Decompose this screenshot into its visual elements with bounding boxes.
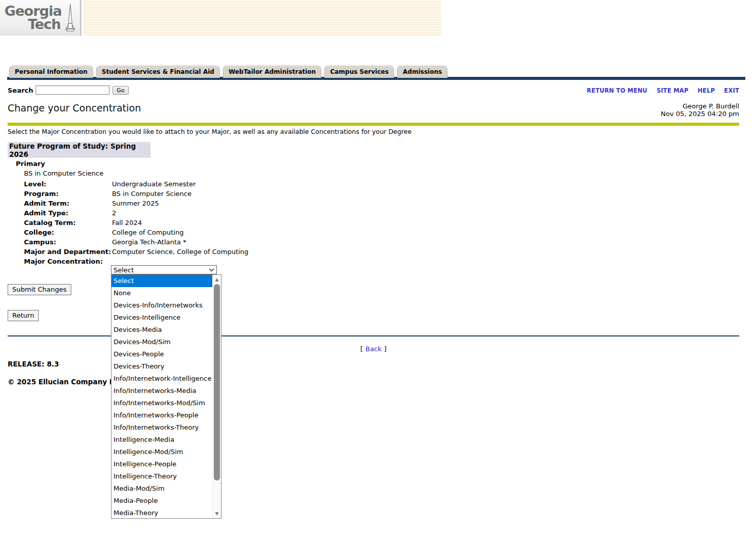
menu-tabbar: Personal Information Student Services & … <box>9 66 447 78</box>
dropdown-option[interactable]: Info/Internetwork-Intelligence <box>111 373 212 385</box>
dropdown-option[interactable]: Info/Internetworks-Theory <box>111 421 212 434</box>
field-value-admit-term: Summer 2025 <box>112 199 248 208</box>
dropdown-option[interactable]: Devices-Mod/Sim <box>111 336 212 348</box>
dropdown-option[interactable]: Intelligence-Media <box>111 434 212 446</box>
field-label-level: Level: <box>24 179 112 189</box>
dropdown-option[interactable]: Devices-Intelligence <box>111 312 212 324</box>
dropdown-option[interactable]: Devices-Theory <box>111 360 212 373</box>
dropdown-options: Select None Devices-Info/Internetworks D… <box>111 275 212 518</box>
release-version: RELEASE: 8.3 <box>8 360 59 368</box>
dropdown-option[interactable]: Media-Mod/Sim <box>111 483 212 495</box>
logo-wordmark: Georgia Tech <box>5 5 62 31</box>
user-info: George P. Burdell Nov 05, 2025 04:20 pm <box>661 102 739 118</box>
program-fields: Level: Undergraduate Semester Program: B… <box>24 179 248 266</box>
field-value-admit-type: 2 <box>112 208 248 218</box>
field-value-program: BS in Computer Science <box>112 189 248 199</box>
dropdown-option[interactable]: Devices-People <box>111 348 212 360</box>
scroll-up-icon[interactable]: ▲ <box>213 275 221 284</box>
field-value-college: College of Computing <box>112 228 248 237</box>
tab-student-services[interactable]: Student Services & Financial Aid <box>96 66 220 78</box>
tech-tower-icon <box>64 3 77 33</box>
field-label-catalog-term: Catalog Term: <box>24 218 112 228</box>
major-concentration-select[interactable]: Select <box>111 265 217 274</box>
dropdown-option[interactable]: Select <box>111 275 212 287</box>
dropdown-option[interactable]: Media-People <box>111 495 212 507</box>
page-title: Change your Concentration <box>8 102 141 114</box>
dropdown-option[interactable]: Info/Internetworks-Mod/Sim <box>111 397 212 409</box>
scrollbar-thumb[interactable] <box>214 284 220 481</box>
section-header: Future Program of Study: Spring 2026 <box>8 142 151 158</box>
search-input[interactable] <box>36 86 109 95</box>
tab-webtailor-administration[interactable]: WebTailor Administration <box>223 66 322 78</box>
header-banner-stripes <box>83 0 441 36</box>
field-value-level: Undergraduate Semester <box>112 179 248 189</box>
search-go-button[interactable]: Go <box>113 86 128 95</box>
back-bracket-open: [ <box>360 345 363 353</box>
field-label-college: College: <box>24 228 112 237</box>
utility-nav: RETURN TO MENU SITE MAP HELP EXIT <box>587 87 739 94</box>
tab-admissions[interactable]: Admissions <box>397 66 447 78</box>
field-label-campus: Campus: <box>24 237 112 247</box>
user-name: George P. Burdell <box>661 102 739 110</box>
program-name: BS in Computer Science <box>24 170 103 177</box>
dropdown-option[interactable]: Intelligence-People <box>111 458 212 470</box>
back-link[interactable]: Back <box>366 345 382 353</box>
tab-campus-services[interactable]: Campus Services <box>324 66 394 78</box>
dropdown-option[interactable]: Info/Internetworks-Media <box>111 385 212 397</box>
field-label-major-department: Major and Department: <box>24 247 112 257</box>
submit-changes-button[interactable]: Submit Changes <box>8 284 71 295</box>
site-map-link[interactable]: SITE MAP <box>657 87 689 94</box>
field-value-catalog-term: Fall 2024 <box>112 218 248 228</box>
return-to-menu-link[interactable]: RETURN TO MENU <box>587 87 648 94</box>
search-label: Search <box>8 87 33 94</box>
instruction-text: Select the Major Concentration you would… <box>8 128 411 135</box>
dropdown-option[interactable]: Intelligence-Theory <box>111 470 212 483</box>
dropdown-option[interactable]: Devices-Media <box>111 324 212 336</box>
georgia-tech-logo: Georgia Tech <box>0 0 81 36</box>
field-label-admit-term: Admit Term: <box>24 199 112 208</box>
logo-line2: Tech <box>5 18 62 31</box>
search-bar: Search Go <box>8 86 129 95</box>
dropdown-option[interactable]: Info/Internetworks-People <box>111 409 212 421</box>
dropdown-option[interactable]: Media-Theory <box>111 507 212 519</box>
select-current-value: Select <box>114 266 134 274</box>
back-bracket-close: ] <box>384 345 386 353</box>
tab-personal-information[interactable]: Personal Information <box>9 66 93 78</box>
primary-group-label: Primary <box>16 160 45 167</box>
current-datetime: Nov 05, 2025 04:20 pm <box>661 110 739 118</box>
dropdown-option[interactable]: None <box>111 287 212 299</box>
dropdown-option[interactable]: Devices-Info/Internetworks <box>111 299 212 312</box>
major-concentration-dropdown-list: Select None Devices-Info/Internetworks D… <box>111 274 221 519</box>
yellow-divider <box>8 123 739 126</box>
scroll-down-icon[interactable]: ▼ <box>213 510 221 518</box>
field-label-program: Program: <box>24 189 112 199</box>
return-button[interactable]: Return <box>8 310 39 321</box>
field-label-admit-type: Admit Type: <box>24 208 112 218</box>
dropdown-scrollbar[interactable]: ▲ ▼ <box>212 275 221 518</box>
banner-web-page: Georgia Tech Personal Information Studen… <box>0 0 756 536</box>
copyright-notice: © 2025 Ellucian Company L.P. <box>8 378 123 386</box>
field-value-major-department: Computer Science, College of Computing <box>112 247 248 257</box>
dropdown-option[interactable]: Intelligence-Mod/Sim <box>111 446 212 458</box>
chevron-down-icon <box>209 267 214 273</box>
exit-link[interactable]: EXIT <box>724 87 739 94</box>
field-value-campus: Georgia Tech-Atlanta * <box>112 237 248 247</box>
help-link[interactable]: HELP <box>697 87 715 94</box>
field-label-major-concentration: Major Concentration: <box>24 257 112 266</box>
